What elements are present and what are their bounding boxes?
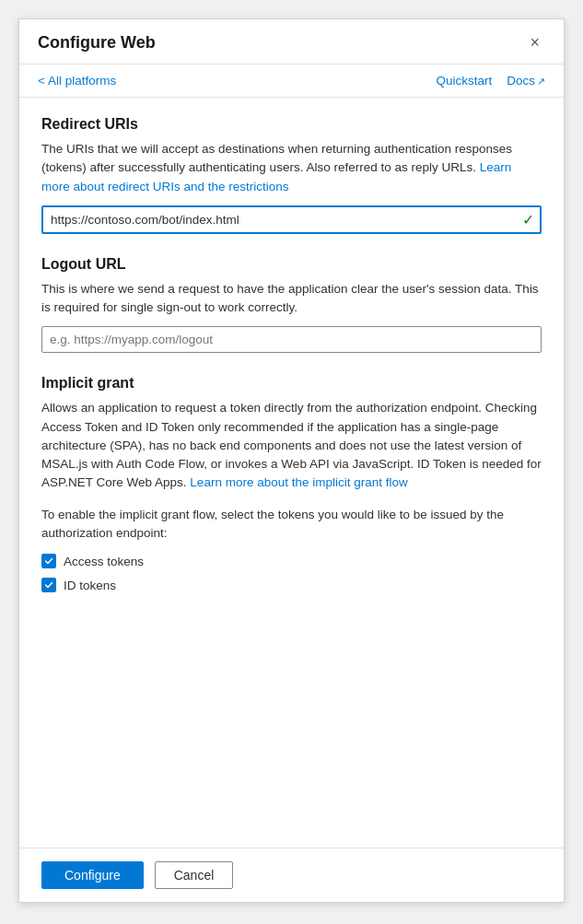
redirect-uri-check-icon: ✓	[522, 211, 534, 228]
redirect-uris-title: Redirect URIs	[41, 116, 542, 133]
redirect-uris-section: Redirect URIs The URIs that we will acce…	[41, 116, 542, 234]
id-tokens-check-icon	[44, 580, 53, 590]
implicit-grant-learn-more[interactable]: Learn more about the implicit grant flow	[190, 475, 407, 489]
panel-body: Redirect URIs The URIs that we will acce…	[19, 98, 564, 848]
docs-link[interactable]: Docs	[507, 74, 545, 88]
logout-url-section: Logout URL This is where we send a reque…	[41, 256, 542, 354]
implicit-grant-enable-desc: To enable the implicit grant flow, selec…	[41, 506, 542, 544]
redirect-uri-input-wrapper: ✓	[41, 205, 542, 234]
access-tokens-check-icon	[44, 556, 53, 566]
implicit-grant-title: Implicit grant	[41, 375, 542, 392]
nav-bar: < All platforms Quickstart Docs	[19, 64, 564, 98]
close-button[interactable]: ×	[524, 32, 545, 53]
implicit-grant-desc: Allows an application to request a token…	[41, 399, 542, 492]
id-tokens-checkbox-item[interactable]: ID tokens	[41, 578, 542, 592]
configure-web-panel: Configure Web × < All platforms Quicksta…	[18, 18, 565, 903]
nav-links: Quickstart Docs	[436, 74, 545, 88]
access-tokens-checkbox-item[interactable]: Access tokens	[41, 554, 542, 568]
id-tokens-checkbox[interactable]	[41, 578, 56, 592]
logout-url-input-wrapper	[41, 326, 542, 353]
panel-header: Configure Web ×	[19, 19, 564, 64]
id-tokens-label: ID tokens	[64, 579, 116, 592]
redirect-uris-desc: The URIs that we will accept as destinat…	[41, 140, 542, 196]
redirect-uri-input[interactable]	[41, 205, 542, 234]
logout-url-desc: This is where we send a request to have …	[41, 280, 542, 318]
cancel-button[interactable]: Cancel	[155, 861, 234, 889]
logout-url-input[interactable]	[41, 326, 542, 353]
configure-button[interactable]: Configure	[41, 861, 144, 889]
access-tokens-label: Access tokens	[64, 555, 144, 568]
panel-footer: Configure Cancel	[19, 848, 564, 902]
quickstart-link[interactable]: Quickstart	[436, 74, 492, 88]
access-tokens-checkbox[interactable]	[41, 554, 56, 568]
logout-url-title: Logout URL	[41, 256, 542, 273]
back-link[interactable]: < All platforms	[38, 74, 116, 88]
panel-title: Configure Web	[38, 33, 156, 53]
implicit-grant-checkboxes: Access tokens ID tokens	[41, 554, 542, 592]
redirect-uris-desc-text: The URIs that we will accept as destinat…	[41, 142, 512, 174]
implicit-grant-section: Implicit grant Allows an application to …	[41, 375, 542, 592]
